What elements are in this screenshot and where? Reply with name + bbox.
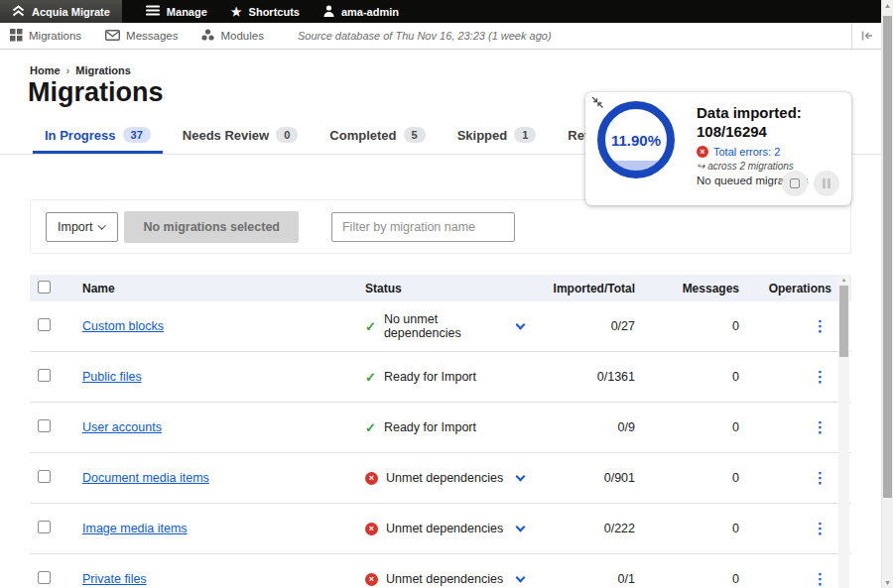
breadcrumb-separator: › bbox=[66, 64, 70, 76]
data-imported-heading: Data imported: bbox=[697, 103, 845, 122]
tab-in-progress[interactable]: In Progress37 bbox=[33, 127, 163, 154]
messages-count: 0 bbox=[640, 420, 749, 434]
table-row: Document media items×Unmet dependencies0… bbox=[30, 453, 851, 504]
toolbar-item-modules[interactable]: Modules bbox=[201, 29, 263, 43]
collapse-left-icon bbox=[861, 27, 873, 45]
migrations-table-body: Custom blocks✓No unmet dependencies0/270… bbox=[30, 301, 851, 588]
user-account-button[interactable]: ama-admin bbox=[323, 0, 399, 23]
status-error-icon: × bbox=[365, 472, 378, 485]
imported-total: 0/9 bbox=[536, 420, 640, 434]
operations-menu-icon[interactable]: ⋮ bbox=[813, 317, 828, 334]
data-imported-count: 108/16294 bbox=[697, 122, 845, 141]
page-scroll-up-arrow[interactable]: ▲ bbox=[882, 2, 893, 9]
operations-menu-icon[interactable]: ⋮ bbox=[813, 469, 828, 486]
messages-count: 0 bbox=[640, 471, 749, 485]
migration-name-link[interactable]: Private files bbox=[82, 572, 147, 586]
page-scrollbar[interactable]: ▲ ▼ bbox=[881, 0, 893, 588]
table-scroll-up-arrow[interactable]: ▲ bbox=[838, 275, 849, 285]
status-ok-icon: ✓ bbox=[365, 319, 376, 334]
toolbar-item-migrations[interactable]: Migrations bbox=[10, 29, 81, 44]
source-database-note: Source database of Thu Nov 16, 23:23 (1 … bbox=[298, 30, 552, 42]
migration-name-link[interactable]: Image media items bbox=[82, 522, 188, 535]
messages-count: 0 bbox=[640, 522, 749, 535]
tab-completed[interactable]: Completed5 bbox=[318, 127, 437, 154]
total-errors-row: × Total errors: 2 bbox=[697, 146, 845, 158]
row-checkbox[interactable] bbox=[38, 369, 51, 382]
manage-menu-button[interactable]: Manage bbox=[146, 0, 207, 23]
imported-total: 0/27 bbox=[536, 319, 640, 333]
tab-label: In Progress bbox=[45, 128, 116, 143]
col-header-messages: Messages bbox=[640, 282, 749, 295]
migration-name-link[interactable]: Custom blocks bbox=[82, 319, 164, 333]
row-checkbox[interactable] bbox=[38, 521, 51, 533]
table-scrollbar-thumb[interactable] bbox=[839, 286, 848, 357]
row-checkbox[interactable] bbox=[38, 318, 51, 331]
col-header-operations: Operations bbox=[749, 282, 851, 295]
select-all-checkbox[interactable] bbox=[38, 281, 51, 294]
page-scroll-down-arrow[interactable]: ▼ bbox=[882, 579, 893, 586]
breadcrumb-current: Migrations bbox=[75, 64, 131, 76]
row-checkbox[interactable] bbox=[38, 571, 51, 584]
status-ok-icon: ✓ bbox=[365, 420, 376, 435]
table-row: Image media items×Unmet dependencies0/22… bbox=[30, 504, 851, 554]
progress-percent: 11.90% bbox=[611, 132, 661, 149]
module-toolbar: Migrations Messages Modules Source datab… bbox=[0, 23, 881, 50]
imported-total: 0/901 bbox=[536, 471, 640, 485]
row-checkbox[interactable] bbox=[38, 470, 51, 483]
import-dropdown-button[interactable]: Import bbox=[46, 212, 118, 242]
chevron-down-icon[interactable] bbox=[517, 577, 524, 581]
tab-label: Skipped bbox=[457, 128, 508, 143]
messages-count: 0 bbox=[640, 572, 749, 586]
messages-count: 0 bbox=[640, 319, 749, 333]
pause-icon bbox=[823, 178, 830, 188]
total-errors-link[interactable]: Total errors: 2 bbox=[713, 146, 780, 158]
tab-count-badge: 37 bbox=[123, 127, 151, 143]
stop-import-button[interactable] bbox=[782, 171, 808, 196]
chevron-down-icon bbox=[98, 221, 106, 229]
tab-skipped[interactable]: Skipped1 bbox=[446, 127, 549, 154]
table-scrollbar[interactable]: ▲ bbox=[838, 275, 849, 588]
operations-menu-icon[interactable]: ⋮ bbox=[813, 418, 828, 435]
table-row: User accounts✓Ready for Import0/90⋮ bbox=[30, 403, 851, 453]
chevron-down-icon[interactable] bbox=[517, 476, 524, 480]
imported-total: 0/1361 bbox=[536, 370, 640, 384]
status-error-icon: × bbox=[365, 573, 378, 586]
collapse-card-icon[interactable] bbox=[591, 96, 605, 114]
row-checkbox[interactable] bbox=[38, 419, 51, 432]
chevron-down-icon[interactable] bbox=[517, 527, 524, 530]
breadcrumb-home-link[interactable]: Home bbox=[30, 64, 61, 76]
operations-menu-icon[interactable]: ⋮ bbox=[813, 520, 828, 536]
envelope-icon bbox=[105, 30, 120, 43]
migration-name-link[interactable]: Document media items bbox=[82, 471, 209, 485]
acquia-migrate-brand-button[interactable]: Acquia Migrate bbox=[0, 0, 122, 23]
collapse-toolbar-button[interactable] bbox=[851, 23, 881, 49]
status-error-icon: × bbox=[365, 523, 378, 535]
operations-menu-icon[interactable]: ⋮ bbox=[813, 368, 828, 385]
admin-topbar: Acquia Migrate Manage ★ Shortcuts ama-ad… bbox=[0, 0, 881, 23]
no-migrations-selected-button: No migrations selected bbox=[124, 211, 299, 243]
status-text: Ready for Import bbox=[384, 370, 476, 384]
grid-icon bbox=[10, 29, 23, 44]
operations-menu-icon[interactable]: ⋮ bbox=[813, 570, 828, 587]
chevron-down-icon[interactable] bbox=[517, 324, 524, 328]
imported-total: 0/222 bbox=[536, 522, 640, 535]
import-label: Import bbox=[58, 220, 92, 234]
page-scrollbar-thumb[interactable] bbox=[883, 16, 892, 498]
modules-cluster-icon bbox=[201, 29, 214, 43]
redirect-arrow-icon: ↪ bbox=[697, 161, 704, 172]
pause-import-button[interactable] bbox=[814, 171, 839, 196]
migration-name-link[interactable]: Public files bbox=[82, 370, 142, 384]
manage-label: Manage bbox=[167, 6, 207, 18]
migration-filter-input[interactable] bbox=[331, 212, 515, 242]
page-title: Migrations bbox=[28, 77, 164, 108]
tab-needs-review[interactable]: Needs Review0 bbox=[171, 127, 311, 154]
tab-label: Completed bbox=[329, 128, 396, 143]
hamburger-icon bbox=[146, 5, 160, 18]
table-row: Custom blocks✓No unmet dependencies0/270… bbox=[30, 301, 851, 352]
double-chevron-up-icon bbox=[12, 5, 25, 19]
migration-name-link[interactable]: User accounts bbox=[82, 420, 162, 434]
brand-label: Acquia Migrate bbox=[32, 6, 110, 18]
shortcuts-menu-button[interactable]: ★ Shortcuts bbox=[231, 0, 300, 23]
toolbar-migrations-label: Migrations bbox=[29, 30, 81, 42]
toolbar-item-messages[interactable]: Messages bbox=[105, 30, 178, 43]
